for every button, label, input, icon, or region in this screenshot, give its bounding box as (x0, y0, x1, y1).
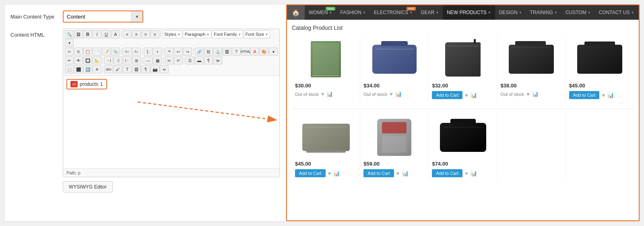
toolbar-properties-icon[interactable]: 🔲 (83, 56, 92, 64)
toolbar-font-size-dropdown[interactable]: Font Size (244, 30, 270, 38)
toolbar-unlink-btn[interactable]: ⛓ (204, 48, 213, 56)
products-widget[interactable]: 🏷 products 1 (66, 79, 107, 89)
toolbar-redo-btn[interactable]: ↪ (183, 48, 192, 56)
add-to-cart-btn-6[interactable]: Add to Cart (295, 169, 326, 177)
toolbar-help-btn[interactable]: ? (232, 48, 241, 56)
toolbar-hr-icon[interactable]: — (144, 56, 153, 64)
toolbar-fontcolor-btn[interactable]: A (250, 48, 259, 56)
add-to-cart-btn-5[interactable]: Add to Cart (569, 91, 600, 99)
wishlist-icon-7[interactable]: ♥ (396, 170, 400, 176)
compare-icon-2[interactable]: 📊 (395, 91, 402, 97)
toolbar-font-size-inc-btn[interactable]: A↑ (123, 48, 132, 56)
wishlist-icon-6[interactable]: ♥ (328, 170, 331, 176)
nav-item-design[interactable]: DESIGN ▼ (495, 5, 526, 20)
toolbar-font-size-dec-btn[interactable]: A↓ (132, 48, 141, 56)
toolbar-row4-8-btn[interactable]: 🖼 (132, 65, 141, 73)
add-to-cart-btn-8[interactable]: Add to Cart (432, 169, 462, 177)
toolbar-undo-btn[interactable]: ↩ (174, 48, 183, 56)
toolbar-styles-dropdown[interactable]: Styles (162, 30, 182, 38)
toolbar-row4-2-btn[interactable]: ⬛ (74, 65, 83, 73)
content-type-select-wrapper[interactable]: Content ▼ (63, 10, 143, 23)
toolbar-font-family-dropdown[interactable]: Font Family (212, 30, 243, 38)
toolbar-align-right-btn[interactable]: ≡ (141, 30, 150, 38)
editor-body[interactable]: 🏷 products 1 (63, 76, 279, 168)
toolbar-row4-10-btn[interactable]: 📷 (151, 65, 159, 73)
toolbar-preview-icon[interactable]: 👁 (74, 56, 83, 64)
toolbar-row4-3-btn[interactable]: 🔤 (83, 65, 92, 73)
nav-item-women[interactable]: WOMEN New ▼ (305, 5, 336, 20)
toolbar-show-more-btn[interactable]: ≫ (213, 56, 222, 64)
wishlist-icon-2[interactable]: ♥ (390, 91, 393, 97)
wishlist-icon-4[interactable]: ♥ (526, 91, 530, 97)
toolbar-row4-9-btn[interactable]: ¶ (141, 65, 150, 73)
compare-icon-7[interactable]: 📊 (402, 170, 409, 176)
toolbar-quote-btn[interactable]: ❝ (165, 48, 173, 56)
wishlist-icon-5[interactable]: ♥ (602, 92, 605, 98)
toolbar-underline-btn[interactable]: U (102, 30, 111, 38)
toolbar-bold-btn[interactable]: B (83, 30, 92, 38)
toolbar-more-btn[interactable]: ▾ (65, 39, 74, 47)
toolbar-indent3-icon[interactable]: |← (123, 56, 132, 64)
compare-icon-1[interactable]: 📊 (326, 91, 333, 97)
toolbar-row4-1-btn[interactable]: ⬚ (65, 65, 74, 73)
compare-icon-8[interactable]: 📊 (471, 170, 477, 176)
toolbar-row4-11-btn[interactable]: ⇔ (160, 65, 169, 73)
toolbar-html-btn[interactable]: HTML (241, 48, 250, 56)
nav-item-contact[interactable]: CONTACT US ▼ (595, 5, 638, 20)
compare-icon-5[interactable]: 📊 (607, 92, 614, 98)
toolbar-paste-word-btn[interactable]: 📝 (102, 48, 111, 56)
toolbar-special-char-btn[interactable]: Ω (186, 56, 194, 64)
wishlist-icon-1[interactable]: ♥ (321, 91, 324, 97)
toolbar-sub-btn[interactable]: x₂ (165, 56, 173, 64)
compare-icon-3[interactable]: 📊 (471, 92, 477, 98)
toolbar-image-icon[interactable]: 🖼 (74, 30, 83, 38)
nav-item-gear[interactable]: GEAR ▼ (417, 5, 443, 20)
toolbar-align-center-btn[interactable]: ≡ (132, 30, 141, 38)
toolbar-align-justify-btn[interactable]: ≡ (151, 30, 159, 38)
wishlist-icon-8[interactable]: ♥ (465, 170, 468, 176)
toolbar-list-ol-btn[interactable]: 1. (144, 48, 153, 56)
toolbar-more2-btn[interactable]: ▾ (269, 48, 278, 56)
nav-home-button[interactable]: 🏠 (287, 5, 305, 20)
toolbar-row4-4-btn[interactable]: A (93, 65, 101, 73)
toolbar-sup-btn[interactable]: x² (174, 56, 183, 64)
toolbar-paste-text-btn[interactable]: 📄 (93, 48, 101, 56)
toolbar-bgcolor-btn[interactable]: 🎨 (260, 48, 268, 56)
content-type-dropdown[interactable]: Content (64, 11, 131, 22)
toolbar-indent2-icon[interactable]: ↓| (114, 56, 122, 64)
nav-item-electronics[interactable]: ELECTRONICS Hot! ▼ (370, 5, 417, 20)
toolbar-table-icon[interactable]: ⊞ (132, 56, 141, 64)
toolbar-block-btn[interactable]: ▬ (195, 56, 204, 64)
toolbar-strikethrough-btn[interactable]: A (111, 30, 120, 38)
toolbar-row4-7-btn[interactable]: T (123, 65, 132, 73)
nav-item-new-products[interactable]: NEW PRODUCTS ▼ (443, 5, 495, 20)
toolbar-find-icon[interactable]: 🔍 (65, 30, 74, 38)
toolbar-italic-btn[interactable]: I (93, 30, 101, 38)
nav-item-custom[interactable]: CUSTOM ▼ (561, 5, 595, 20)
wysiwyg-editor-button[interactable]: WYSIWYG Editor (63, 181, 113, 193)
toolbar-list-ul-btn[interactable]: • (153, 48, 162, 56)
toolbar-table2-icon[interactable]: ▦ (153, 56, 162, 64)
toolbar-img-btn[interactable]: 🖼 (223, 48, 231, 56)
wishlist-icon-3[interactable]: ♥ (465, 92, 468, 98)
compare-icon-4[interactable]: 📊 (532, 91, 539, 97)
toolbar-anchor-btn[interactable]: ⚓ (213, 48, 222, 56)
toolbar-indent-icon[interactable]: →| (104, 56, 113, 64)
toolbar-cut-btn[interactable]: ✂ (65, 48, 74, 56)
nav-item-training[interactable]: TRAINING ▼ (526, 5, 561, 20)
compare-icon-6[interactable]: 📊 (333, 170, 340, 176)
toolbar-paragraph-dropdown[interactable]: Paragraph (183, 30, 211, 38)
toolbar-align-left-btn[interactable]: ≡ (123, 30, 132, 38)
toolbar-show-blocks-btn[interactable]: ¶ (204, 56, 213, 64)
toolbar-row4-5-btn[interactable]: abc (104, 65, 113, 73)
toolbar-row4-6-btn[interactable]: 🖋 (114, 65, 122, 73)
toolbar-link-btn[interactable]: 🔗 (195, 48, 204, 56)
toolbar-copy-btn[interactable]: ⎘ (74, 48, 83, 56)
toolbar-paste-btn[interactable]: 📋 (83, 48, 92, 56)
nav-item-fashion[interactable]: FASHION ▼ (336, 5, 370, 20)
toolbar-edit-icon[interactable]: ✏ (65, 56, 74, 64)
toolbar-something-icon[interactable]: 📐 (93, 56, 101, 64)
add-to-cart-btn-3[interactable]: Add to Cart (432, 91, 462, 99)
add-to-cart-btn-7[interactable]: Add to Cart (363, 169, 394, 177)
toolbar-paste2-btn[interactable]: 📎 (111, 48, 120, 56)
